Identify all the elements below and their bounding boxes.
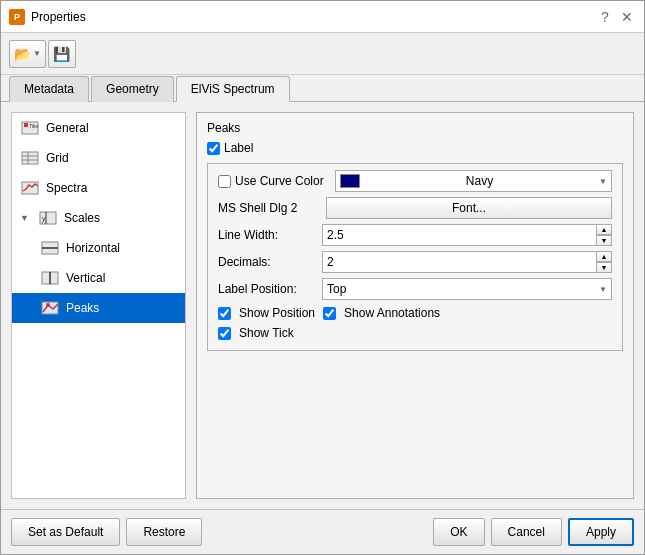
ok-button[interactable]: OK [433, 518, 484, 546]
show-annotations-label: Show Annotations [344, 306, 440, 320]
label-position-select[interactable]: Top ▼ [322, 278, 612, 300]
tab-geometry[interactable]: Geometry [91, 76, 174, 102]
label-subgroup: Use Curve Color Navy ▼ MS Shell Dlg 2 Fo… [207, 163, 623, 351]
scales-expand-icon: ▼ [20, 213, 32, 223]
title-controls: ? ✕ [596, 8, 636, 26]
show-position-label: Show Position [239, 306, 315, 320]
show-tick-checkbox[interactable] [218, 327, 231, 340]
peaks-group: Peaks Label Use Curve Color Navy [196, 112, 634, 499]
grid-icon [20, 148, 40, 168]
general-icon: Title [20, 118, 40, 138]
sidebar-item-spectra[interactable]: Spectra [12, 173, 185, 203]
sidebar-item-vertical[interactable]: Vertical [12, 263, 185, 293]
sidebar-item-general[interactable]: Title General [12, 113, 185, 143]
color-chevron-icon: ▼ [599, 177, 607, 186]
sidebar-item-vertical-label: Vertical [66, 271, 105, 285]
footer-right: OK Cancel Apply [433, 518, 634, 546]
decimals-spinner: ▲ ▼ [596, 251, 612, 273]
sidebar-item-scales[interactable]: ▼ y Scales [12, 203, 185, 233]
close-button[interactable]: ✕ [618, 8, 636, 26]
font-row: MS Shell Dlg 2 Font... [218, 197, 612, 219]
help-button[interactable]: ? [596, 8, 614, 26]
sidebar-item-grid-label: Grid [46, 151, 69, 165]
use-curve-color-label: Use Curve Color [235, 174, 331, 188]
horizontal-icon [40, 238, 60, 258]
properties-window: P Properties ? ✕ 📂 ▼ 💾 Metadata Geometry… [0, 0, 645, 555]
toolbar: 📂 ▼ 💾 [1, 33, 644, 75]
sidebar-item-horizontal-label: Horizontal [66, 241, 120, 255]
svg-rect-3 [22, 152, 38, 164]
cancel-button[interactable]: Cancel [491, 518, 562, 546]
sidebar: Title General Grid [11, 112, 186, 499]
show-annotations-checkbox[interactable] [323, 307, 336, 320]
tab-elvis-spectrum[interactable]: ElViS Spectrum [176, 76, 290, 102]
peaks-icon [40, 298, 60, 318]
show-tick-label: Show Tick [239, 326, 294, 340]
label-position-value: Top [327, 282, 346, 296]
line-width-up[interactable]: ▲ [596, 224, 612, 235]
decimals-label: Decimals: [218, 255, 318, 269]
sidebar-item-peaks[interactable]: Peaks [12, 293, 185, 323]
scales-icon: y [38, 208, 58, 228]
window-title: Properties [31, 10, 596, 24]
line-width-input[interactable]: 2.5 [322, 224, 596, 246]
svg-point-16 [46, 303, 50, 307]
use-curve-color-row: Use Curve Color Navy ▼ [218, 170, 612, 192]
restore-button[interactable]: Restore [126, 518, 202, 546]
line-width-input-group: 2.5 ▲ ▼ [322, 224, 612, 246]
label-checkbox-row: Label [207, 141, 623, 155]
color-picker-button[interactable]: Navy ▼ [335, 170, 612, 192]
decimals-input[interactable]: 2 [322, 251, 596, 273]
show-tick-row: Show Tick [218, 326, 612, 340]
color-name: Navy [364, 174, 595, 188]
decimals-up[interactable]: ▲ [596, 251, 612, 262]
decimals-row: Decimals: 2 ▲ ▼ [218, 251, 612, 273]
font-label: MS Shell Dlg 2 [218, 201, 318, 215]
set-as-default-button[interactable]: Set as Default [11, 518, 120, 546]
decimals-input-group: 2 ▲ ▼ [322, 251, 612, 273]
apply-button[interactable]: Apply [568, 518, 634, 546]
sidebar-item-horizontal[interactable]: Horizontal [12, 233, 185, 263]
use-curve-color-checkbox[interactable] [218, 175, 231, 188]
title-bar: P Properties ? ✕ [1, 1, 644, 33]
sidebar-item-scales-label: Scales [64, 211, 100, 225]
svg-text:Title: Title [29, 123, 38, 129]
vertical-icon [40, 268, 60, 288]
line-width-spinner: ▲ ▼ [596, 224, 612, 246]
show-position-checkbox[interactable] [218, 307, 231, 320]
sidebar-item-grid[interactable]: Grid [12, 143, 185, 173]
show-position-row: Show Position Show Annotations [218, 306, 612, 320]
main-panel: Peaks Label Use Curve Color Navy [196, 112, 634, 499]
footer: Set as Default Restore OK Cancel Apply [1, 509, 644, 554]
app-icon: P [9, 9, 25, 25]
save-button[interactable]: 💾 [48, 40, 76, 68]
line-width-row: Line Width: 2.5 ▲ ▼ [218, 224, 612, 246]
label-position-chevron-icon: ▼ [599, 285, 607, 294]
label-position-label: Label Position: [218, 282, 318, 296]
decimals-down[interactable]: ▼ [596, 262, 612, 273]
spectra-icon [20, 178, 40, 198]
footer-left: Set as Default Restore [11, 518, 427, 546]
svg-rect-15 [42, 302, 58, 314]
tab-metadata[interactable]: Metadata [9, 76, 89, 102]
sidebar-item-peaks-label: Peaks [66, 301, 99, 315]
label-position-row: Label Position: Top ▼ [218, 278, 612, 300]
sidebar-item-spectra-label: Spectra [46, 181, 87, 195]
color-swatch [340, 174, 360, 188]
open-dropdown[interactable]: 📂 ▼ [9, 40, 46, 68]
svg-rect-1 [24, 123, 28, 127]
label-checkbox-label: Label [224, 141, 253, 155]
svg-text:y: y [41, 215, 46, 223]
label-checkbox[interactable] [207, 142, 220, 155]
line-width-down[interactable]: ▼ [596, 235, 612, 246]
main-content: Title General Grid [1, 102, 644, 509]
tabs-bar: Metadata Geometry ElViS Spectrum [1, 75, 644, 102]
sidebar-item-general-label: General [46, 121, 89, 135]
line-width-label: Line Width: [218, 228, 318, 242]
peaks-group-label: Peaks [207, 121, 623, 135]
font-button[interactable]: Font... [326, 197, 612, 219]
